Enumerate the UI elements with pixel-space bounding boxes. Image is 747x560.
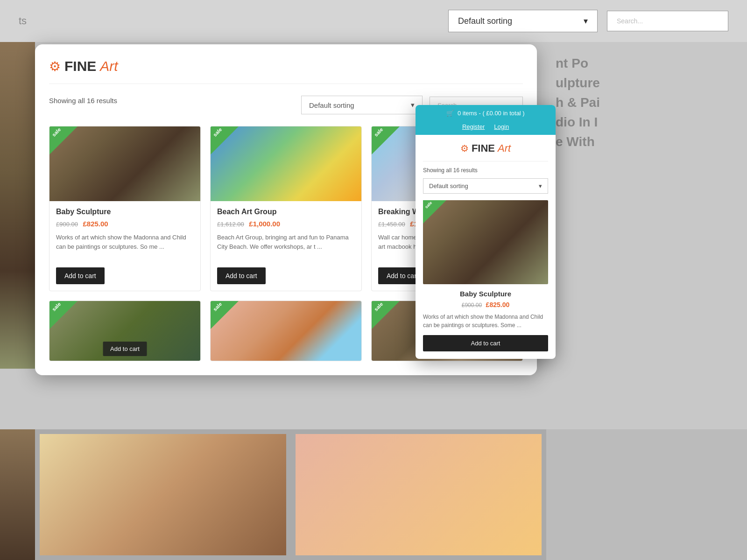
bg-bottom-strip (0, 429, 747, 560)
sale-badge-text-1: sale (51, 126, 62, 138)
mobile-logo: ⚙ FINE Art (423, 142, 548, 154)
bg-rt-3: h & Pai (556, 95, 738, 110)
mobile-modal: 🛒 0 items - ( £0.00 in total ) Register … (416, 105, 556, 359)
sort-select-label: Default sorting (309, 101, 354, 109)
mobile-sale-badge: sale (423, 200, 446, 224)
bg-search-placeholder: Search... (617, 17, 643, 25)
mobile-logo-icon: ⚙ (460, 143, 469, 154)
mobile-login-link[interactable]: Login (494, 123, 509, 130)
product-desc-2: Beach Art Group, bringing art and fun to… (217, 233, 355, 261)
mobile-sort-arrow: ▾ (539, 182, 542, 189)
logo-icon: ⚙ (49, 59, 61, 74)
product-card-dog: sale Add to cart (49, 301, 201, 361)
sale-badge-1: sale (49, 126, 78, 154)
mobile-sort-select[interactable]: Default sorting ▾ (423, 178, 548, 194)
product-card-body-art: sale (210, 301, 362, 361)
mobile-body: ⚙ FINE Art Showing all 16 results Defaul… (416, 135, 556, 359)
mobile-cart-bar: 🛒 0 items - ( £0.00 in total ) (416, 105, 556, 121)
mobile-cart-text: 0 items - ( £0.00 in total ) (458, 110, 525, 117)
add-to-cart-button-1[interactable]: Add to cart (56, 267, 105, 284)
price-row-2: £1,612.00 £1,000.00 (217, 220, 355, 228)
bg-search-box[interactable]: Search... (607, 11, 728, 31)
mobile-price-new: £825.00 (486, 301, 510, 308)
product-title-2: Beach Art Group (217, 208, 355, 216)
sale-badge-text-2: sale (212, 126, 223, 138)
mobile-price-row: £900.00 £825.00 (423, 301, 548, 309)
mobile-logo-fine: FINE (472, 142, 495, 154)
mobile-auth-bar: Register Login (416, 121, 556, 135)
product-title-1: Baby Sculpture (56, 208, 194, 216)
sale-badge-4: sale (49, 301, 78, 329)
product-image-baby-sculpture: sale (49, 126, 200, 201)
bg-rt-1: nt Po (556, 56, 738, 71)
bg-sorting-dropdown[interactable]: Default sorting ▾ (448, 10, 598, 32)
product-card-baby-sculpture: sale Baby Sculpture £900.00 £825.00 Work… (49, 126, 201, 291)
product-image-beach-art: sale (211, 126, 361, 201)
bg-sort-label: Default sorting (458, 16, 512, 26)
modal-header: ⚙ FINE Art (49, 58, 523, 84)
mobile-product-desc: Works of art which show the Madonna and … (423, 313, 548, 329)
bg-art-left (0, 42, 35, 369)
bg-top-bar: ts Default sorting ▾ Search... (0, 0, 747, 42)
logo-text-fine: FINE (64, 58, 96, 74)
mobile-results: Showing all 16 results (423, 167, 548, 174)
mobile-register-link[interactable]: Register (462, 123, 485, 130)
bg-sort-arrow: ▾ (584, 16, 588, 26)
results-info: Showing all 16 results (49, 97, 117, 105)
sale-badge-text-5: sale (212, 301, 223, 312)
product-image-body-art: sale (211, 301, 361, 361)
product-image-dog: sale Add to cart (49, 301, 200, 361)
bg-title-partial: ts (19, 15, 27, 27)
mobile-logo-art: Art (498, 142, 511, 154)
price-old-2: £1,612.00 (217, 221, 244, 228)
product-body-1: Baby Sculpture £900.00 £825.00 Works of … (49, 201, 200, 291)
sale-badge-2: sale (211, 126, 239, 154)
logo-text-art: Art (100, 58, 118, 74)
bg-right-text: nt Po ulpture h & Pai dio In I e With (546, 42, 747, 163)
main-logo: ⚙ FINE Art (49, 58, 118, 74)
price-new-2: £1,000.00 (249, 220, 280, 228)
mobile-product-image: sale (423, 200, 548, 284)
price-old-3: £1,458.00 (378, 221, 405, 228)
mobile-sale-badge-text: sale (424, 200, 433, 209)
sale-badge-6: sale (372, 301, 400, 329)
mobile-add-to-cart-button[interactable]: Add to cart (423, 335, 548, 351)
add-to-cart-button-2[interactable]: Add to cart (217, 267, 266, 284)
price-old-1: £900.00 (56, 221, 78, 228)
sale-badge-3: sale (372, 126, 400, 154)
price-new-1: £825.00 (83, 220, 108, 228)
product-desc-1: Works of art which show the Madonna and … (56, 233, 194, 261)
product-body-2: Beach Art Group £1,612.00 £1,000.00 Beac… (211, 201, 361, 291)
product-card-beach-art: sale Beach Art Group £1,612.00 £1,000.00… (210, 126, 362, 291)
price-row-1: £900.00 £825.00 (56, 220, 194, 228)
mobile-sort-label: Default sorting (429, 182, 468, 189)
sale-badge-5: sale (211, 301, 239, 329)
sort-select[interactable]: Default sorting ▾ (301, 96, 423, 114)
sale-badge-text-4: sale (51, 301, 62, 312)
bg-rt-5: e With (556, 134, 738, 149)
mobile-cart-icon: 🛒 (446, 110, 454, 117)
add-to-cart-overlay-4[interactable]: Add to cart (103, 342, 147, 356)
mobile-price-old: £900.00 (462, 302, 482, 308)
bg-rt-2: ulpture (556, 76, 738, 91)
bg-rt-4: dio In I (556, 115, 738, 130)
mobile-product-title: Baby Sculpture (423, 290, 548, 298)
sale-badge-text-3: sale (373, 126, 384, 138)
sort-select-arrow: ▾ (411, 101, 415, 109)
sale-badge-text-6: sale (373, 301, 384, 312)
